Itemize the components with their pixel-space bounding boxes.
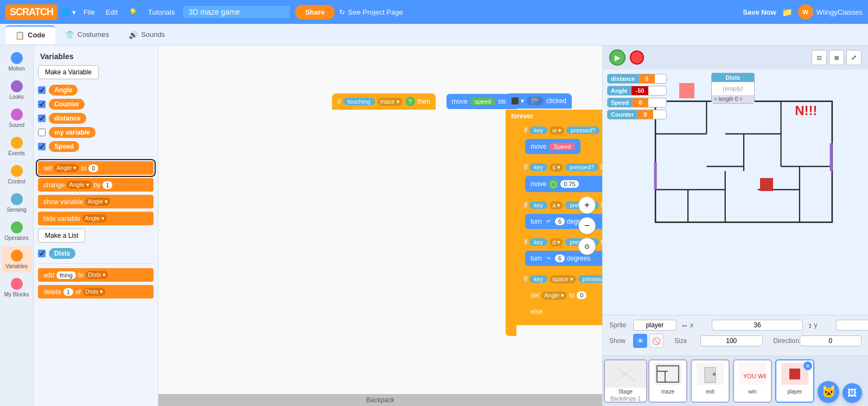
hide-variable-block[interactable]: hide variable Angle ▾	[38, 212, 154, 225]
dists-badge[interactable]: Dists	[49, 248, 75, 259]
add-dists-dropdown[interactable]: Dists ▾	[86, 271, 108, 279]
key-a-dd[interactable]: a ▾	[550, 201, 563, 210]
change-value[interactable]: 1	[103, 181, 112, 189]
nav-globe[interactable]: 🌐 ▾	[62, 8, 76, 16]
angle-set-dd[interactable]: Angle ▾	[541, 291, 567, 300]
delete-dists-dropdown[interactable]: Dists ▾	[83, 288, 106, 296]
add-sprite-button[interactable]: 🐱	[818, 381, 839, 403]
sprite-delete-button[interactable]: ✕	[803, 361, 812, 370]
save-now-button[interactable]: Save Now	[743, 8, 776, 16]
y-input[interactable]	[836, 320, 869, 331]
stage-fullscreen-button[interactable]: ⤢	[846, 50, 861, 65]
move-label: move	[452, 98, 468, 105]
tab-code[interactable]: 📋 Code	[5, 26, 55, 44]
cat-sensing[interactable]: Sensing	[2, 190, 32, 216]
stage-small-view-button[interactable]: ⊡	[812, 50, 827, 65]
set-value[interactable]: 0	[88, 164, 98, 172]
distance-checkbox[interactable]	[38, 115, 46, 122]
code-canvas[interactable]: if touching maze ▾ ? then move speed ste…	[158, 46, 602, 394]
delete-of-label: of	[75, 288, 81, 296]
nav-file[interactable]: File	[80, 8, 98, 16]
angle-dropdown[interactable]: Angle ▾	[54, 164, 79, 172]
dists-bottom: + length 0 =	[712, 95, 754, 103]
myvariable-badge[interactable]: my variable	[49, 127, 95, 138]
green-flag-button[interactable]: ▶	[609, 49, 626, 66]
maze-dropdown[interactable]: maze ▾	[378, 98, 403, 106]
key-space-dd[interactable]: space ▾	[550, 275, 576, 283]
cat-looks[interactable]: Looks	[2, 77, 32, 103]
sprite-thumb-win-img: YOU WIN	[734, 360, 771, 388]
sprite-thumb-exit[interactable]: exit	[691, 359, 730, 403]
cat-control[interactable]: Control	[2, 162, 32, 188]
svg-rect-20	[654, 363, 681, 385]
cat-events[interactable]: Events	[2, 134, 32, 160]
forever-hat[interactable]: ⬛ ▾ 🏁 clicked	[506, 93, 572, 109]
key-d-dd[interactable]: d ▾	[550, 238, 563, 246]
scratch-logo[interactable]: SCRATCH	[5, 4, 58, 20]
show-visible-button[interactable]: 👁	[633, 334, 647, 348]
folder-icon[interactable]: 📁	[782, 7, 793, 17]
change-angle-dropdown[interactable]: Angle ▾	[67, 181, 91, 189]
if-key-w-block[interactable]: if key w ▾ pressed? then move Speed	[511, 121, 602, 157]
if-touching-block[interactable]: if touching maze ▾ ? then	[332, 93, 436, 110]
key-w-dd[interactable]: w ▾	[550, 126, 564, 135]
set-block[interactable]: set Angle ▾ to 0	[38, 161, 154, 175]
cat-motion[interactable]: Motion	[2, 49, 32, 75]
nav-user[interactable]: W WiingyCiasses	[798, 4, 863, 20]
delete-num[interactable]: 1	[63, 288, 73, 296]
zoom-in-button[interactable]: +	[578, 196, 596, 214]
backpack-bar[interactable]: Backpack	[158, 394, 602, 406]
angle-checkbox[interactable]	[38, 86, 46, 94]
sprite-thumb-player[interactable]: ✕ player	[775, 359, 814, 403]
cat-myblocks[interactable]: My Blocks	[2, 275, 32, 301]
sprite-thumb-maze[interactable]: maze	[648, 359, 687, 403]
myvariable-checkbox[interactable]	[38, 129, 46, 136]
stop-button[interactable]	[630, 50, 644, 65]
counter-badge[interactable]: Counter	[49, 99, 85, 110]
cat-operators[interactable]: Operators	[2, 218, 32, 244]
svg-text:N!!!: N!!!	[795, 103, 817, 118]
speed-checkbox[interactable]	[38, 143, 46, 150]
change-block[interactable]: change Angle ▾ by 1	[38, 178, 154, 192]
direction-input[interactable]	[800, 335, 862, 346]
dists-checkbox[interactable]	[38, 250, 46, 257]
make-variable-button[interactable]: Make a Variable	[38, 65, 99, 79]
cat-events-dot	[11, 137, 23, 149]
stage-normal-view-button[interactable]: ⊞	[829, 50, 844, 65]
key-s-dd[interactable]: s ▾	[550, 163, 563, 172]
angle-badge[interactable]: Angle	[49, 85, 78, 96]
nav-edit[interactable]: Edit	[103, 8, 121, 16]
cat-variables[interactable]: Variables	[2, 246, 32, 272]
stage-view-buttons: ⊡ ⊞ ⤢	[812, 50, 861, 65]
hide-angle-dropdown[interactable]: Angle ▾	[82, 214, 107, 223]
show-variable-block[interactable]: show variable Angle ▾	[38, 195, 154, 208]
set-block-row: set Angle ▾ to 0	[38, 161, 154, 175]
delete-block[interactable]: delete 1 of Dists ▾	[38, 285, 154, 299]
add-thing[interactable]: thing	[56, 271, 76, 279]
speed-badge[interactable]: Speed	[49, 141, 79, 152]
size-input[interactable]	[700, 335, 763, 346]
add-block[interactable]: add thing to Dists ▾	[38, 268, 154, 282]
sprite-thumb-player-label: player	[776, 388, 813, 396]
sprite-thumb-exit-img	[692, 360, 729, 388]
show-angle-dropdown[interactable]: Angle ▾	[85, 198, 110, 206]
nav-tutorials[interactable]: Tutorials	[145, 8, 178, 16]
share-button[interactable]: Share	[295, 5, 334, 20]
add-backdrop-button[interactable]: 🖼	[843, 383, 862, 403]
counter-checkbox[interactable]	[38, 100, 46, 108]
see-project-button[interactable]: ↻ See Project Page	[339, 8, 403, 16]
cat-sound[interactable]: Sound	[2, 105, 32, 131]
x-input[interactable]	[712, 320, 803, 331]
project-name-input[interactable]	[182, 5, 291, 19]
sprite-name-input[interactable]	[633, 320, 676, 331]
zoom-reset-button[interactable]: ⊙	[578, 238, 596, 255]
tab-costumes[interactable]: 👕 Costumes	[55, 26, 119, 43]
make-list-button[interactable]: Make a List	[38, 229, 85, 243]
sprite-thumb-win[interactable]: YOU WIN win	[733, 359, 772, 403]
stage-backdrop[interactable]: Stage Backdrops 1	[604, 359, 647, 403]
zoom-out-button[interactable]: −	[578, 217, 596, 234]
distance-badge[interactable]: distance	[49, 113, 86, 124]
tab-sounds[interactable]: 🔊 Sounds	[119, 26, 175, 43]
monitor-distance-label: distance	[608, 74, 639, 83]
show-hidden-button[interactable]: 🚫	[649, 334, 663, 348]
